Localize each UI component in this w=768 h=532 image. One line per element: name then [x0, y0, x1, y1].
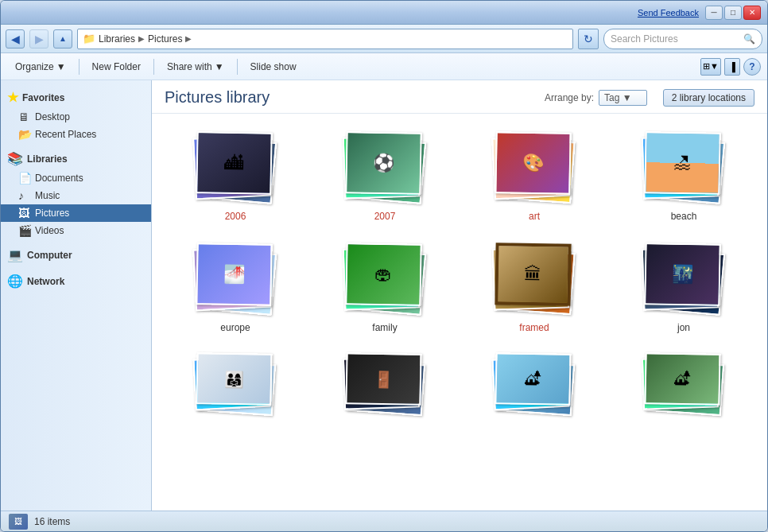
close-button[interactable]: ✕: [743, 6, 761, 20]
folder-bottom-4[interactable]: 🏕: [613, 346, 754, 438]
send-feedback-link[interactable]: Send Feedback: [638, 8, 699, 17]
folder-label-beach: beach: [671, 211, 697, 222]
help-button[interactable]: ?: [743, 58, 761, 76]
path-sep2: ▶: [185, 34, 192, 43]
arrange-dropdown[interactable]: Tag ▼: [599, 90, 647, 106]
new-folder-label: New Folder: [92, 61, 141, 72]
sidebar-computer-header[interactable]: 💻 Computer: [1, 244, 151, 266]
sidebar-section-libraries: 📚 Libraries 📄 Documents ♪ Music 🖼 Pictur…: [1, 148, 151, 239]
slide-show-button[interactable]: Slide show: [242, 56, 304, 77]
path-sep1: ▶: [138, 34, 145, 43]
arrange-arrow: ▼: [623, 92, 632, 103]
folder-label-europe: europe: [220, 322, 250, 333]
folder-stack-jon: 🌃: [636, 239, 731, 319]
pictures-icon: 🖼: [18, 207, 31, 219]
sidebar-item-videos[interactable]: 🎬 Videos: [1, 222, 151, 239]
sidebar-section-favorites: ★ Favorites 🖥 Desktop 📂 Recent Places: [1, 87, 151, 143]
preview-pane-button[interactable]: ▐: [724, 58, 740, 76]
content-area[interactable]: Pictures library Arrange by: Tag ▼ 2 lib…: [152, 80, 767, 511]
library-locations-button[interactable]: 2 library locations: [663, 89, 754, 107]
sidebar-item-music[interactable]: ♪ Music: [1, 187, 151, 204]
documents-label: Documents: [35, 173, 83, 184]
folder-beach[interactable]: 🏖 beach: [613, 123, 754, 227]
folder-label-2006: 2006: [225, 211, 246, 222]
toolbar-right: ⊞▼ ▐ ?: [700, 58, 761, 76]
minimize-button[interactable]: ─: [705, 6, 723, 20]
recent-places-label: Recent Places: [35, 129, 96, 140]
folder-bottom-2[interactable]: 🚪: [314, 346, 456, 438]
folder-framed[interactable]: 🏛 framed: [464, 235, 605, 338]
organize-button[interactable]: Organize ▼: [7, 56, 74, 77]
sidebar-favorites-header[interactable]: ★ Favorites: [1, 87, 151, 108]
status-bar: 🖼 16 items: [1, 511, 767, 531]
new-folder-button[interactable]: New Folder: [84, 56, 149, 77]
toolbar: Organize ▼ New Folder Share with ▼ Slide…: [1, 53, 767, 80]
maximize-button[interactable]: □: [724, 6, 742, 20]
libraries-label: Libraries: [27, 153, 68, 165]
status-icon: 🖼: [9, 514, 28, 530]
folder-stack-bottom-4: 🏕: [636, 351, 731, 430]
search-placeholder: Search Pictures: [611, 33, 678, 45]
videos-icon: 🎬: [18, 224, 31, 237]
content-wrapper: Pictures library Arrange by: Tag ▼ 2 lib…: [152, 80, 767, 511]
folder-art[interactable]: 🎨 art: [464, 123, 605, 227]
title-bar: Send Feedback ─ □ ✕: [1, 1, 767, 25]
address-box[interactable]: 📁 Libraries ▶ Pictures ▶: [77, 29, 573, 49]
folder-stack-bottom-1: 👨‍👩‍👧: [188, 351, 283, 430]
folder-stack-bottom-2: 🚪: [337, 351, 432, 430]
path-libraries: Libraries: [99, 33, 135, 45]
sidebar-item-documents[interactable]: 📄 Documents: [1, 169, 151, 187]
back-button[interactable]: ◀: [6, 29, 25, 49]
folder-bottom-3[interactable]: 🏕: [464, 346, 605, 438]
photo-grid: 🏙 2006 ⚽ 20: [152, 114, 767, 448]
sidebar-section-computer: 💻 Computer: [1, 244, 151, 266]
music-icon: ♪: [18, 189, 31, 202]
music-label: Music: [35, 190, 60, 201]
sidebar-item-desktop[interactable]: 🖥 Desktop: [1, 108, 151, 126]
search-box[interactable]: Search Pictures 🔍: [603, 29, 762, 49]
folder-family[interactable]: 🏟 family: [314, 235, 456, 338]
address-bar: ◀ ▶ ▲ 📁 Libraries ▶ Pictures ▶ ↻ Search …: [1, 25, 767, 53]
sidebar: ★ Favorites 🖥 Desktop 📂 Recent Places 📚 …: [1, 80, 152, 511]
organize-label: Organize: [15, 61, 54, 72]
folder-label-art: art: [529, 211, 540, 222]
up-button[interactable]: ▲: [53, 29, 72, 49]
share-with-arrow: ▼: [215, 61, 224, 72]
libraries-icon: 📚: [7, 151, 23, 166]
folder-stack-family: 🏟: [337, 239, 432, 319]
favorites-icon: ★: [7, 90, 18, 105]
main-window: Send Feedback ─ □ ✕ ◀ ▶ ▲ 📁 Libraries ▶ …: [0, 0, 768, 532]
status-item-count: 16 items: [34, 516, 70, 527]
toolbar-sep2: [153, 59, 154, 75]
folder-2007[interactable]: ⚽ 2007: [314, 123, 456, 227]
folder-bottom-1[interactable]: 👨‍👩‍👧: [165, 346, 306, 438]
refresh-button[interactable]: ↻: [578, 29, 599, 49]
folder-label-2007: 2007: [374, 211, 396, 222]
desktop-icon: 🖥: [18, 111, 31, 123]
main-content: ★ Favorites 🖥 Desktop 📂 Recent Places 📚 …: [1, 80, 767, 511]
library-title: Pictures library: [165, 88, 270, 107]
sidebar-network-header[interactable]: 🌐 Network: [1, 270, 151, 292]
network-icon: 🌐: [7, 274, 23, 289]
folder-stack-framed: 🏛: [487, 239, 582, 319]
folder-2006[interactable]: 🏙 2006: [165, 123, 306, 227]
folder-stack-europe: 🌁: [188, 239, 283, 319]
network-label: Network: [27, 276, 64, 287]
toolbar-sep1: [79, 59, 80, 75]
favorites-label: Favorites: [22, 92, 64, 103]
arrange-by-label: Arrange by:: [545, 92, 594, 103]
folder-jon[interactable]: 🌃 jon: [613, 235, 754, 338]
folder-europe[interactable]: 🌁 europe: [165, 235, 306, 338]
forward-button[interactable]: ▶: [29, 29, 48, 49]
content-header: Pictures library Arrange by: Tag ▼ 2 lib…: [152, 80, 767, 114]
path-pictures: Pictures: [148, 33, 182, 45]
folder-stack-beach: 🏖: [636, 128, 731, 208]
sidebar-item-recent-places[interactable]: 📂 Recent Places: [1, 126, 151, 143]
share-with-button[interactable]: Share with ▼: [159, 56, 232, 77]
sidebar-item-pictures[interactable]: 🖼 Pictures: [1, 204, 151, 222]
folder-label-framed: framed: [519, 322, 549, 333]
sidebar-libraries-header[interactable]: 📚 Libraries: [1, 148, 151, 169]
organize-arrow: ▼: [56, 61, 66, 72]
view-button[interactable]: ⊞▼: [700, 58, 721, 76]
arrange-value: Tag: [604, 92, 619, 103]
